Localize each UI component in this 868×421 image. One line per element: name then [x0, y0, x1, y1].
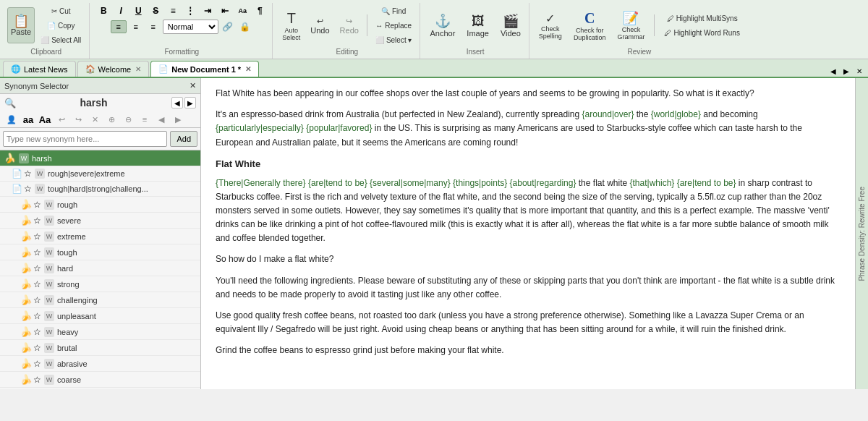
review-label: Review — [627, 48, 651, 57]
list-item[interactable]: 🍌 W harsh — [0, 150, 200, 166]
list-item[interactable]: 🍌 ☆ W strong — [0, 276, 200, 292]
tab-welcome[interactable]: 🏠 Welcome ✕ — [77, 61, 150, 77]
editing-group: T Auto Select ↩ Undo ↪ Redo 🔍 Find — [274, 3, 420, 59]
tab-new-document[interactable]: 📄 New Document 1 * ✕ — [150, 61, 259, 77]
tab-navigation: ◀ ▶ ✕ — [827, 65, 865, 77]
align-center-button[interactable]: ≡ — [128, 20, 144, 33]
panel-icon-10: ◀ — [154, 113, 169, 126]
welcome-close-button[interactable]: ✕ — [135, 65, 141, 73]
list-item[interactable]: 🍌 ☆ W coarse — [0, 372, 200, 388]
phrase-density-label: Phrase Density: Rewrite Free — [858, 187, 866, 281]
copy-button[interactable]: 📄 Copy — [37, 19, 85, 32]
syn-badge: W — [35, 184, 45, 194]
replace-button[interactable]: ↔ Replace — [372, 19, 416, 32]
highlight-multisyns-button[interactable]: 🖊 Highlight MultiSyns — [660, 12, 744, 25]
word-nav-back[interactable]: ◀ — [171, 97, 183, 109]
tab-latest-news[interactable]: 🌐 Latest News — [3, 61, 76, 77]
banana-icon: 🍌 — [20, 342, 32, 353]
syn-item-text: strong — [57, 280, 196, 289]
list-item[interactable]: 📄 ☆ W tough|hard|strong|challeng... — [0, 182, 200, 197]
list-item[interactable]: 🍌 ☆ W nasty — [0, 388, 200, 389]
paragraph-button[interactable]: ¶ — [252, 4, 268, 17]
syn-badge: W — [44, 231, 54, 242]
panel-icon-1[interactable]: 👤 — [4, 113, 19, 126]
search-word-row: 🔍 harsh ◀ ▶ — [0, 94, 200, 111]
paragraph-4: So how do I make a flat white? — [216, 252, 841, 266]
outdent-button[interactable]: ⇤ — [217, 4, 233, 17]
indent-button[interactable]: ⇥ — [200, 4, 216, 17]
list-item[interactable]: 🍌 ☆ W extreme — [0, 229, 200, 244]
strikethrough-button[interactable]: S — [148, 4, 163, 17]
style-dropdown[interactable]: Normal Heading 1 Heading 2 — [163, 20, 218, 34]
check-duplication-icon: C — [584, 10, 595, 27]
new-document-close-button[interactable]: ✕ — [245, 65, 251, 73]
image-button[interactable]: 🖼 Image — [463, 7, 493, 43]
list-item[interactable]: 🍌 ☆ W rough — [0, 197, 200, 213]
check-duplication-button[interactable]: C Check for Duplication — [570, 7, 610, 43]
tab-nav-close[interactable]: ✕ — [854, 65, 865, 77]
list-item[interactable]: 🍌 ☆ W brutal — [0, 340, 200, 356]
list-item[interactable]: 🍌 ☆ W tough — [0, 244, 200, 260]
panel-close-icon[interactable]: ✕ — [190, 81, 196, 90]
lock-button[interactable]: 🔒 — [237, 20, 253, 33]
add-synonym-button[interactable]: Add — [170, 131, 197, 147]
word-nav-forward[interactable]: ▶ — [184, 97, 196, 109]
paste-button[interactable]: 📋 Paste — [7, 7, 35, 43]
star-icon: ☆ — [33, 327, 41, 337]
divider2 — [654, 14, 655, 36]
list-item[interactable]: 🍌 ☆ W severe — [0, 213, 200, 229]
check-spelling-button[interactable]: ✓ Check Spelling — [535, 7, 566, 43]
anchor-button[interactable]: ⚓ Anchor — [426, 7, 459, 43]
select-all-button[interactable]: ⬜ Select All — [37, 33, 85, 46]
align-right-button[interactable]: ≡ — [145, 20, 161, 33]
paragraph-6: Use good quality fresh coffee beans, not… — [216, 309, 841, 336]
numbered-button[interactable]: ⋮ — [182, 4, 198, 17]
bullets-button[interactable]: ≡ — [165, 4, 181, 17]
syn-item-text: rough|severe|extreme — [48, 169, 196, 178]
list-item[interactable]: 🍌 ☆ W challenging — [0, 292, 200, 308]
font-size-up-button[interactable]: Aa — [234, 4, 250, 17]
anchor-icon: ⚓ — [435, 13, 451, 29]
review-group: ✓ Check Spelling C Check for Duplication… — [531, 3, 748, 59]
doc-heading: Flat White — [216, 157, 841, 172]
redo-button[interactable]: ↪ Redo — [336, 7, 362, 43]
panel-header: Synonym Selector ✕ — [0, 78, 200, 94]
cut-button[interactable]: ✂ Cut — [37, 4, 85, 17]
tab-nav-right[interactable]: ▶ — [841, 65, 852, 77]
highlight-word-runs-button[interactable]: 🖊 Highlight Word Runs — [660, 26, 744, 39]
auto-select-button[interactable]: T Auto Select — [278, 7, 304, 43]
list-item[interactable]: 🍌 ☆ W abrasive — [0, 356, 200, 372]
list-item[interactable]: 🍌 ☆ W hard — [0, 260, 200, 276]
tab-nav-left[interactable]: ◀ — [827, 65, 839, 77]
check-grammar-button[interactable]: 📝 Check Grammar — [613, 7, 648, 43]
replace-icon: ↔ — [375, 22, 383, 30]
underline-button[interactable]: U — [130, 4, 146, 17]
syn-badge: W — [35, 169, 45, 179]
align-left-button[interactable]: ≡ — [111, 20, 127, 33]
syn-item-text: harsh — [32, 154, 196, 163]
italic-button[interactable]: I — [113, 4, 129, 17]
synonym-input[interactable] — [3, 131, 167, 147]
star-icon: ☆ — [33, 216, 41, 226]
banana-icon: 🍌 — [20, 358, 32, 369]
paragraph-7: Grind the coffee beans to espresso grind… — [216, 344, 841, 357]
syn-item-text: unpleasant — [57, 312, 196, 320]
list-item[interactable]: 🍌 ☆ W unpleasant — [0, 308, 200, 324]
select-button[interactable]: ⬜ Select ▾ — [372, 33, 416, 46]
list-item[interactable]: 🍌 ☆ W heavy — [0, 324, 200, 340]
panel-icon-2[interactable]: aa — [21, 113, 35, 126]
bold-button[interactable]: B — [95, 4, 111, 17]
undo-button[interactable]: ↩ Undo — [307, 7, 333, 43]
paragraph-5: You'll need the following ingredients. P… — [216, 274, 841, 302]
find-button[interactable]: 🔍 Find — [372, 4, 416, 17]
insert-group: ⚓ Anchor 🖼 Image 🎬 Video Insert — [422, 3, 529, 59]
star-icon: ☆ — [33, 200, 41, 210]
doc-scroll[interactable]: Flat White has been appearing in our cof… — [201, 78, 855, 389]
panel-icon-3[interactable]: Aa — [38, 113, 52, 126]
type-input-row: Add — [0, 128, 200, 150]
list-item[interactable]: 📄 ☆ W rough|severe|extreme — [0, 166, 200, 182]
panel-icon-11: ▶ — [171, 113, 185, 126]
banana-icon: 🍌 — [20, 263, 32, 273]
video-button[interactable]: 🎬 Video — [497, 7, 524, 43]
link-button[interactable]: 🔗 — [220, 20, 236, 33]
